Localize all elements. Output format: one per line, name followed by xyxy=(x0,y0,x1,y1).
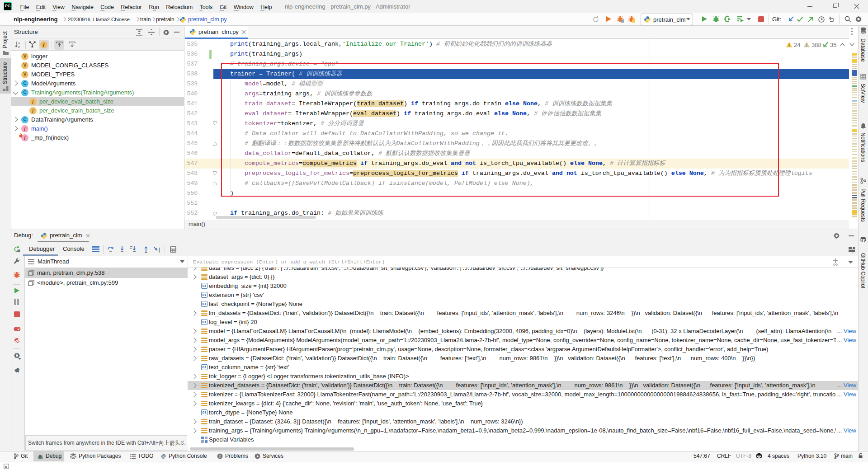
svg-text:z: z xyxy=(18,45,20,48)
